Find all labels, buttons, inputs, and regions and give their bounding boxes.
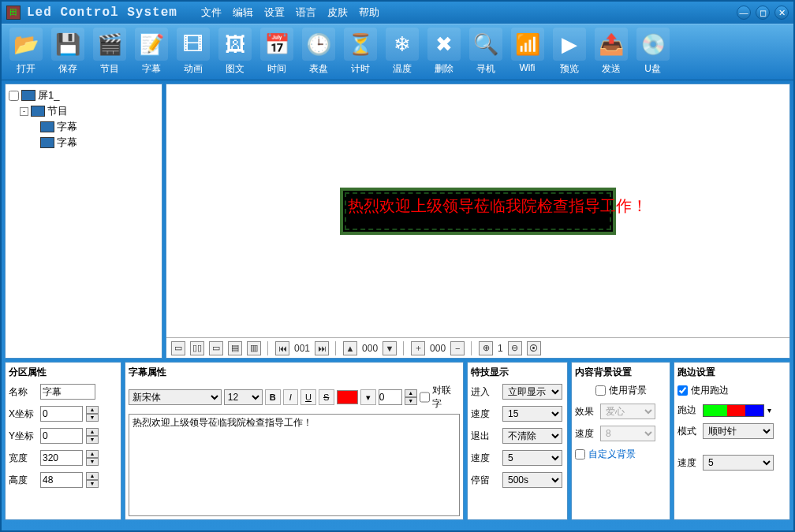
underline-btn[interactable]: U — [300, 389, 316, 405]
minus-btn[interactable]: − — [450, 341, 465, 355]
zoom-out-btn[interactable]: ⊖ — [508, 341, 522, 355]
zone-name-input[interactable] — [40, 384, 95, 400]
tool-label: Wifi — [520, 62, 536, 73]
strike-btn[interactable]: S — [319, 389, 334, 405]
edge-mode-select[interactable]: 顺时针 — [703, 423, 774, 439]
font-select[interactable]: 新宋体 — [129, 389, 222, 405]
spin-down[interactable]: ▼ — [86, 480, 99, 488]
subtitle-textarea[interactable]: 热烈欢迎上级领导莅临我院检查指导工作！ — [129, 414, 460, 516]
color-dd[interactable]: ▾ — [360, 389, 376, 405]
tool-删除[interactable]: ✖删除 — [423, 26, 465, 78]
tool-动画[interactable]: 🎞动画 — [172, 26, 214, 78]
zone-x-input[interactable] — [40, 406, 83, 422]
fx-sp2-select[interactable]: 5 — [502, 450, 562, 466]
fx-stay-select[interactable]: 500s — [502, 472, 562, 488]
zone-w-input[interactable] — [40, 450, 83, 466]
collapse-icon[interactable]: - — [20, 107, 28, 116]
spin-down[interactable]: ▼ — [86, 414, 99, 422]
tool-计时[interactable]: ⏳计时 — [339, 26, 381, 78]
tool-图文[interactable]: 🖼图文 — [214, 26, 256, 78]
tool-打开[interactable]: 📂打开 — [5, 26, 47, 78]
spin-down[interactable]: ▼ — [86, 458, 99, 466]
menu-file[interactable]: 文件 — [201, 6, 222, 20]
layout-btn-5[interactable]: ▥ — [247, 341, 261, 355]
label: 效果 — [575, 405, 597, 419]
tool-label: 计时 — [351, 62, 370, 76]
maximize-button[interactable]: ◻ — [756, 6, 770, 20]
edge-sp-select[interactable]: 5 — [703, 455, 774, 471]
fx-panel: 特技显示 进入立即显示 速度15 退出不清除 速度5 停留500s — [467, 362, 568, 520]
tool-发送[interactable]: 📤发送 — [590, 26, 632, 78]
fx-sp1-select[interactable]: 15 — [502, 406, 562, 422]
down-btn[interactable]: ▼ — [383, 341, 397, 355]
zone-title: 分区属性 — [9, 366, 118, 379]
tool-预览[interactable]: ▶预览 — [548, 26, 590, 78]
label: 模式 — [677, 425, 700, 438]
tool-字幕[interactable]: 📝字幕 — [130, 26, 172, 78]
tree-root-check[interactable] — [9, 91, 19, 101]
layout-btn-1[interactable]: ▭ — [171, 341, 185, 355]
tree-program[interactable]: - 节目 — [20, 103, 159, 119]
italic-btn[interactable]: I — [283, 389, 299, 405]
edge-preview[interactable] — [703, 404, 764, 417]
tool-寻机[interactable]: 🔍寻机 — [465, 26, 506, 78]
tool-表盘[interactable]: 🕒表盘 — [297, 26, 339, 78]
color-swatch[interactable] — [337, 390, 359, 404]
minimize-button[interactable]: — — [737, 6, 751, 20]
camera-btn[interactable]: ⦿ — [527, 341, 541, 355]
spin-up[interactable]: ▲ — [86, 472, 99, 480]
tool-温度[interactable]: ❄温度 — [381, 26, 423, 78]
zone-h-input[interactable] — [40, 472, 83, 488]
layout-btn-2[interactable]: ▯▯ — [190, 341, 204, 355]
menu-edit[interactable]: 编辑 — [233, 6, 253, 20]
zoom-in-btn[interactable]: ⊕ — [479, 341, 493, 355]
tool-保存[interactable]: 💾保存 — [47, 26, 88, 78]
tool-label: 字幕 — [142, 62, 161, 76]
led-screen[interactable]: 热烈欢迎上级领导莅临我院检查指导工作！ — [340, 188, 616, 235]
label: 高度 — [9, 474, 37, 487]
up-btn[interactable]: ▲ — [343, 341, 357, 355]
fx-in-select[interactable]: 立即显示 — [502, 384, 562, 400]
spin-up[interactable]: ▲ — [86, 428, 99, 436]
spin-down[interactable]: ▼ — [86, 436, 99, 444]
size-select[interactable]: 12 — [224, 389, 263, 405]
zoom-num: 000 — [430, 343, 446, 354]
tool-Wifi[interactable]: 📶Wifi — [506, 26, 548, 78]
led-text: 热烈欢迎上级领导莅临我院检查指导工作！ — [348, 195, 608, 217]
menu-help[interactable]: 帮助 — [359, 6, 379, 20]
bg-custom-check[interactable] — [575, 449, 585, 459]
label: 进入 — [471, 385, 499, 399]
bg-use-label: 使用背景 — [609, 384, 647, 397]
kern-check[interactable] — [420, 389, 430, 405]
bg-fx-select[interactable]: 爱心 — [600, 404, 655, 419]
prev-page-btn[interactable]: ⏮ — [275, 341, 289, 355]
edge-use-check[interactable] — [677, 385, 688, 396]
menu-skin[interactable]: 皮肤 — [327, 6, 348, 20]
layout-btn-3[interactable]: ▭ — [209, 341, 223, 355]
tree-root[interactable]: 屏1_ — [9, 87, 159, 103]
next-page-btn[interactable]: ⏭ — [315, 341, 329, 355]
tree-sub-2[interactable]: 字幕 — [40, 135, 159, 151]
zone-y-input[interactable] — [40, 428, 83, 444]
menu-lang[interactable]: 语言 — [296, 6, 316, 20]
spin-up[interactable]: ▲ — [405, 389, 417, 397]
close-button[interactable]: ✕ — [774, 6, 789, 20]
spin-up[interactable]: ▲ — [86, 450, 99, 458]
fx-out-select[interactable]: 不清除 — [502, 428, 562, 444]
tool-时间[interactable]: 📅时间 — [256, 26, 297, 78]
plus-btn[interactable]: ＋ — [411, 341, 425, 355]
bg-custom-link[interactable]: 自定义背景 — [588, 448, 636, 461]
bold-btn[interactable]: B — [265, 389, 281, 405]
tree-sub-1[interactable]: 字幕 — [40, 119, 159, 135]
spin-up[interactable]: ▲ — [86, 406, 99, 414]
tool-label: U盘 — [644, 62, 661, 76]
bg-use-check[interactable] — [595, 385, 606, 396]
layout-btn-4[interactable]: ▤ — [228, 341, 242, 355]
bg-sp-select[interactable]: 8 — [600, 426, 655, 441]
screen-icon — [21, 90, 35, 101]
spin-down[interactable]: ▼ — [405, 397, 417, 405]
spacing-input[interactable] — [379, 389, 402, 405]
tool-节目[interactable]: 🎬节目 — [88, 26, 130, 78]
menu-settings[interactable]: 设置 — [264, 6, 285, 20]
tool-U盘[interactable]: 💿U盘 — [632, 26, 674, 78]
